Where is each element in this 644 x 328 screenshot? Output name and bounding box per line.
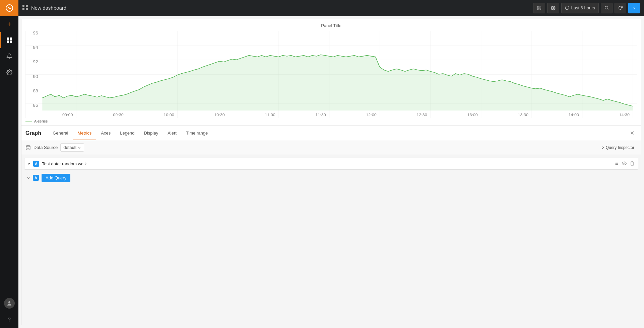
- tab-general[interactable]: General: [48, 126, 73, 140]
- settings-icon: [551, 6, 556, 10]
- eye-icon: [622, 161, 627, 166]
- chevron-down-icon: [27, 176, 30, 179]
- editor-panel: Graph General Metrics Axes Legend Displa…: [21, 126, 641, 325]
- help-icon[interactable]: ?: [0, 312, 18, 328]
- svg-text:11:00: 11:00: [265, 112, 275, 116]
- search-button[interactable]: [601, 3, 613, 13]
- query-name-A: Test data: random walk: [42, 161, 610, 166]
- back-button[interactable]: [628, 3, 640, 13]
- svg-text:09:30: 09:30: [113, 112, 124, 116]
- chart-svg: 96 94 92 90 88 86 09:00 09:30 10:00 10:3…: [25, 31, 637, 118]
- svg-text:13:00: 13:00: [467, 112, 478, 116]
- database-icon: [25, 145, 31, 150]
- time-range-button[interactable]: Last 6 hours: [561, 3, 599, 13]
- editor-title: Graph: [25, 130, 41, 136]
- svg-text:90: 90: [33, 74, 38, 79]
- app-logo[interactable]: [0, 0, 18, 16]
- chevron-right-icon: [601, 146, 604, 149]
- svg-point-11: [553, 7, 554, 9]
- svg-text:92: 92: [33, 60, 38, 64]
- add-query-row: A Add Query: [24, 172, 638, 184]
- svg-text:86: 86: [33, 103, 38, 108]
- svg-text:10:00: 10:00: [164, 112, 174, 116]
- gear-icon: [6, 69, 12, 75]
- svg-text:12:30: 12:30: [416, 112, 427, 116]
- chart-legend: A-series: [25, 119, 637, 123]
- svg-rect-9: [22, 8, 24, 10]
- chart-panel: Panel Title 96 94 92 90 88 8: [21, 19, 641, 126]
- svg-text:12:00: 12:00: [366, 112, 377, 116]
- back-icon: [632, 6, 636, 10]
- query-inspector-button[interactable]: Query Inspector: [598, 144, 637, 151]
- svg-rect-3: [7, 40, 9, 43]
- refresh-button[interactable]: [615, 3, 626, 13]
- sidebar-item-settings[interactable]: [0, 64, 18, 80]
- svg-text:13:30: 13:30: [518, 112, 528, 116]
- sidebar-item-alerts[interactable]: [0, 48, 18, 64]
- content-area: Panel Title 96 94 92 90 88 8: [18, 16, 644, 328]
- settings-button[interactable]: [547, 3, 559, 13]
- add-query-button[interactable]: Add Query: [42, 174, 70, 182]
- query-letter-A: A: [33, 161, 39, 167]
- svg-text:09:00: 09:00: [62, 112, 73, 116]
- tabs-bar: Graph General Metrics Axes Legend Displa…: [21, 126, 641, 140]
- time-range-label: Last 6 hours: [571, 5, 595, 10]
- tab-alert[interactable]: Alert: [163, 126, 181, 140]
- tab-time-range[interactable]: Time range: [181, 126, 212, 140]
- svg-rect-7: [22, 5, 24, 7]
- svg-point-34: [26, 145, 30, 147]
- query-delete-button[interactable]: [629, 160, 635, 167]
- svg-text:94: 94: [33, 45, 38, 50]
- close-editor-button[interactable]: ✕: [627, 129, 637, 138]
- svg-point-13: [605, 6, 608, 9]
- svg-rect-10: [26, 8, 28, 10]
- svg-text:88: 88: [33, 89, 38, 93]
- query-toggle-A[interactable]: [27, 162, 30, 165]
- tab-metrics[interactable]: Metrics: [73, 126, 96, 140]
- query-row: A Test data: random walk: [24, 158, 638, 170]
- datasource-label: Data Source: [34, 145, 58, 150]
- refresh-icon: [618, 6, 623, 10]
- datasource-bar: Data Source default Query Inspector: [21, 140, 641, 155]
- list-icon: [614, 161, 619, 166]
- plus-icon: +: [7, 20, 11, 28]
- main-content: New dashboard Last 6: [18, 0, 644, 328]
- dashboard-grid-icon: [22, 5, 28, 11]
- query-inspector-label: Query Inspector: [606, 145, 634, 150]
- tab-legend[interactable]: Legend: [115, 126, 139, 140]
- add-query-toggle[interactable]: [27, 176, 30, 179]
- topbar: New dashboard Last 6: [18, 0, 644, 16]
- datasource-select[interactable]: default: [60, 143, 84, 152]
- search-icon: [604, 6, 609, 10]
- sidebar-bottom: ?: [0, 298, 18, 328]
- clock-icon: [565, 6, 569, 10]
- chart-title: Panel Title: [25, 23, 637, 28]
- svg-point-6: [8, 301, 10, 303]
- tab-axes[interactable]: Axes: [96, 126, 115, 140]
- save-button[interactable]: [533, 3, 545, 13]
- sidebar-item-dashboards[interactable]: [0, 32, 18, 48]
- topbar-actions: Last 6 hours: [533, 3, 640, 13]
- datasource-value: default: [63, 145, 76, 150]
- grid-icon: [6, 37, 12, 43]
- svg-rect-1: [7, 37, 9, 40]
- trash-icon: [630, 161, 635, 166]
- legend-line: [25, 121, 32, 121]
- query-actions-A: [613, 160, 635, 167]
- chevron-down-icon: [78, 146, 81, 149]
- query-visibility-button[interactable]: [621, 160, 627, 167]
- avatar[interactable]: [4, 298, 15, 309]
- chart-area: 96 94 92 90 88 86 09:00 09:30 10:00 10:3…: [25, 31, 637, 118]
- svg-point-41: [624, 163, 625, 164]
- svg-rect-8: [26, 5, 28, 7]
- sidebar-item-add[interactable]: +: [0, 16, 18, 32]
- sidebar: + ?: [0, 0, 18, 328]
- svg-text:14:00: 14:00: [568, 112, 579, 116]
- legend-label: A-series: [34, 119, 48, 123]
- svg-text:96: 96: [33, 31, 38, 35]
- add-query-letter: A: [33, 175, 39, 181]
- topbar-title: New dashboard: [31, 5, 66, 11]
- bell-icon: [6, 53, 12, 59]
- tab-display[interactable]: Display: [139, 126, 163, 140]
- query-options-button[interactable]: [613, 160, 619, 167]
